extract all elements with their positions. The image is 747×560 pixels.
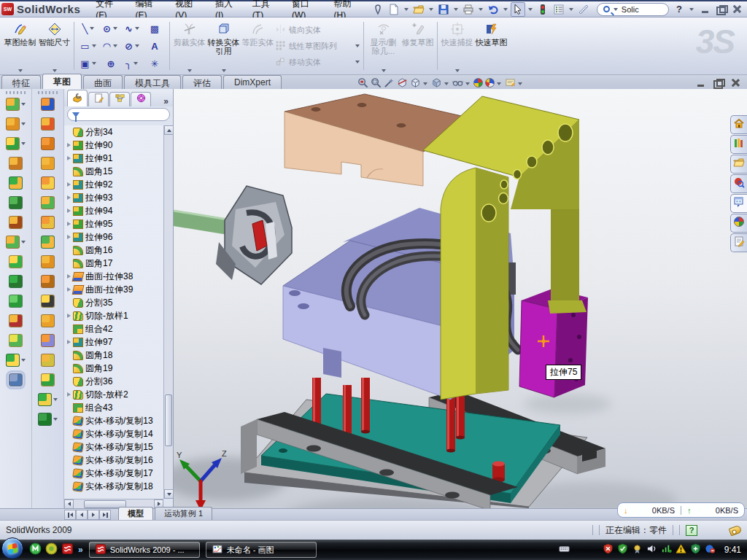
tool-icon-col1-2[interactable] <box>6 137 20 150</box>
tree-item[interactable]: 圆角19 <box>64 362 163 375</box>
rapid-sketch-button[interactable]: 快速草图 <box>474 18 508 74</box>
tool-icon-col1-11[interactable] <box>9 314 23 327</box>
tree-item[interactable]: 切除-放样2 <box>64 388 163 401</box>
trim-entities-button[interactable]: 剪裁实体 <box>172 18 206 74</box>
convert-entities-button[interactable]: 转换实体引用 <box>206 18 241 74</box>
select-icon[interactable] <box>511 2 525 17</box>
sketch-entity-4[interactable]: ▭ <box>78 37 100 55</box>
undo-icon[interactable] <box>486 2 500 17</box>
quick-launch-overflow-icon[interactable]: » <box>78 545 83 555</box>
sketch-entity-8[interactable]: ▣ <box>78 55 100 72</box>
cube-button[interactable] <box>410 77 429 91</box>
tree-item[interactable]: 实体-移动/复制15 <box>64 440 163 454</box>
tool-icon-col2-5[interactable] <box>41 196 55 209</box>
tool-icon-col1-5[interactable] <box>9 196 23 209</box>
cube2-button[interactable] <box>431 77 450 91</box>
sketch-entity-11[interactable]: ✳ <box>144 55 166 72</box>
quick-launch-ed2k-icon[interactable] <box>45 542 58 558</box>
restore-button[interactable] <box>716 5 726 13</box>
print-icon[interactable] <box>461 2 476 17</box>
quick-launch-swsmall-icon[interactable] <box>61 542 74 558</box>
tree-filter-input[interactable] <box>67 108 170 121</box>
sketch-entity-0[interactable]: ╲ <box>78 20 100 37</box>
tool-icon-col2-10[interactable] <box>41 295 55 308</box>
tool-icon-col1-7[interactable] <box>6 236 20 249</box>
tab-草图[interactable]: 草图 <box>42 74 82 89</box>
magarea-button[interactable] <box>371 77 382 91</box>
tree-item[interactable]: 实体-移动/复制14 <box>64 427 163 440</box>
tray-kb-icon[interactable] <box>559 543 570 557</box>
task-pane-appearance-tab[interactable] <box>730 214 747 233</box>
linear-sketch-pattern-button[interactable]: 线性草图阵列 <box>275 39 361 53</box>
tool-icon-col1-8[interactable] <box>9 255 23 268</box>
configurationmanager-tab[interactable] <box>109 92 130 106</box>
tree-item[interactable]: 拉伸92 <box>64 178 163 191</box>
sketch-entity-1[interactable]: ⊙ <box>100 20 122 37</box>
move-entities-button[interactable]: 移动实体 <box>275 55 361 69</box>
expand-icon[interactable] <box>66 182 72 187</box>
tool-icon-col1-14[interactable] <box>9 373 23 386</box>
sketch-entity-3[interactable]: ▩ <box>144 20 166 37</box>
tool-icon-col2-15[interactable] <box>38 393 52 406</box>
tool-icon-col2-1[interactable] <box>41 117 55 131</box>
tool-icon-col1-0[interactable] <box>6 98 20 111</box>
quick-launch-msn-icon[interactable] <box>29 542 42 558</box>
tool-icon-col2-11[interactable] <box>41 314 55 327</box>
expand-icon[interactable] <box>66 156 72 160</box>
help-button[interactable]: ? <box>676 4 682 15</box>
tree-item[interactable]: 拉伸93 <box>64 191 163 204</box>
expand-icon[interactable] <box>66 209 72 213</box>
tree-item[interactable]: 实体-移动/复制13 <box>64 414 163 427</box>
sketch-button[interactable]: 草图绘制 <box>3 18 37 74</box>
expand-icon[interactable] <box>66 314 72 318</box>
model-tab-模型[interactable]: 模型 <box>118 507 153 520</box>
sketch-entity-7[interactable]: A <box>144 37 166 55</box>
tree-item[interactable]: 圆角18 <box>64 349 163 362</box>
tool-icon-col2-16[interactable] <box>38 413 52 426</box>
tree-item[interactable]: 实体-移动/复制16 <box>64 454 163 467</box>
note-button[interactable] <box>505 77 524 91</box>
sketch-entity-5[interactable]: ◠ <box>100 37 122 55</box>
tray-cert-icon[interactable] <box>632 543 643 557</box>
tree-item[interactable]: 拉伸90 <box>64 139 163 152</box>
tool-icon-col2-12[interactable] <box>41 334 55 347</box>
expand-icon[interactable] <box>66 274 72 279</box>
new-document-icon[interactable] <box>387 2 401 17</box>
taskbar-app[interactable]: 未命名 - 画图 <box>206 542 317 558</box>
next-tab-button[interactable] <box>88 510 99 520</box>
tool-icon-col1-10[interactable] <box>9 295 23 308</box>
display-delete-relations-button[interactable]: 显示/删除几... <box>366 18 400 74</box>
tool-icon-col2-9[interactable] <box>41 275 55 288</box>
task-pane-searchrp-tab[interactable] <box>730 174 747 193</box>
save-icon[interactable] <box>436 2 451 17</box>
tree-item[interactable]: 组合43 <box>64 401 163 414</box>
tree-item[interactable]: 组合42 <box>64 322 163 335</box>
tree-item[interactable]: 拉伸94 <box>64 204 163 217</box>
tool-icon-col2-13[interactable] <box>41 354 55 367</box>
tray-shieldred-icon[interactable] <box>603 543 614 557</box>
sketch-entity-2[interactable]: ∿ <box>122 20 144 37</box>
tray-shieldplus-icon[interactable] <box>690 543 701 557</box>
first-tab-button[interactable] <box>64 510 76 520</box>
tray-blueminus-icon[interactable] <box>705 543 716 557</box>
quick-tips-button[interactable]: ? <box>686 525 697 536</box>
task-pane-home-tab[interactable] <box>730 115 747 134</box>
section-button[interactable] <box>397 77 408 91</box>
tab-评估[interactable]: 评估 <box>182 75 222 89</box>
prev-tab-button[interactable] <box>76 510 88 520</box>
network-speed-widget[interactable]: ↓ 0KB/S ↑ 0KB/S <box>617 502 745 518</box>
dimxpertmanager-tab[interactable] <box>131 92 151 106</box>
sketch-entity-10[interactable]: ╮ <box>122 55 144 72</box>
doc-close-button[interactable] <box>730 79 740 87</box>
tool-icon-col2-14[interactable] <box>41 373 55 386</box>
tree-item[interactable]: 拉伸97 <box>64 335 163 349</box>
tool-icon-col1-9[interactable] <box>9 275 23 288</box>
tool-icon-col2-7[interactable] <box>41 236 55 249</box>
tree-vertical-scrollbar[interactable] <box>163 125 173 499</box>
tray-alert-icon[interactable] <box>676 543 686 557</box>
tab-模具工具[interactable]: 模具工具 <box>124 75 181 89</box>
tool-icon-col2-8[interactable] <box>41 255 55 268</box>
tab-DimXpert[interactable]: DimXpert <box>223 75 282 89</box>
options-icon[interactable] <box>551 2 566 17</box>
quick-snaps-button[interactable]: 快速捕捉 <box>440 18 474 74</box>
